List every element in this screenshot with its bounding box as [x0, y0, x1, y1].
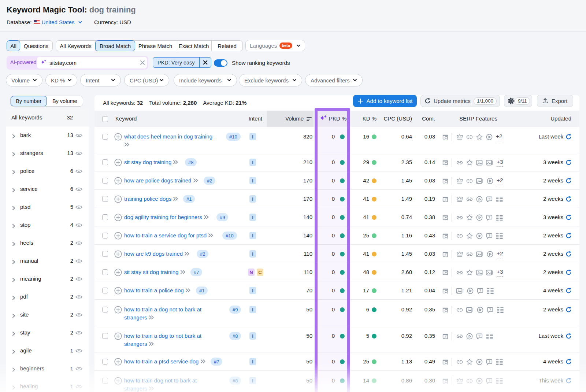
svg-text:?: ? — [488, 234, 490, 237]
svg-text:?: ? — [478, 334, 481, 338]
svg-text:?: ? — [488, 215, 490, 219]
svg-text:?: ? — [488, 197, 490, 201]
svg-text:?: ? — [479, 289, 481, 292]
svg-text:?: ? — [489, 308, 491, 311]
